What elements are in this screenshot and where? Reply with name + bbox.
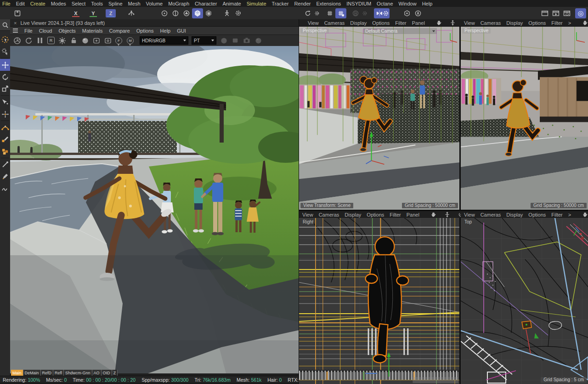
camera-dropdown[interactable]: Default Camera xyxy=(363,28,437,34)
add-render-region-icon[interactable] xyxy=(92,36,101,45)
pan-hand-icon[interactable] xyxy=(430,212,436,218)
vp-menu-display[interactable]: Display xyxy=(506,212,523,218)
menu-window[interactable]: Window xyxy=(399,1,417,6)
menu-select[interactable]: Select xyxy=(72,1,86,6)
vp-menu-view[interactable]: View xyxy=(464,212,475,218)
menu-render[interactable]: Render xyxy=(294,1,311,6)
live-selection-icon[interactable] xyxy=(0,34,10,46)
vp-menu-panel[interactable]: Panel xyxy=(412,20,425,26)
lv-menu-compare[interactable]: Compare xyxy=(109,28,130,34)
points-mode-icon[interactable] xyxy=(159,8,170,18)
pass-tab-refl[interactable]: Refl xyxy=(53,370,64,376)
pass-tab-shdw[interactable]: Shdwcm-Gnn xyxy=(64,370,92,376)
lv-menu-cloud[interactable]: Cloud xyxy=(39,28,52,34)
vp-menu-display[interactable]: Display xyxy=(345,212,361,218)
reset-render-button[interactable]: R xyxy=(47,37,55,44)
menu-modes[interactable]: Modes xyxy=(51,1,66,6)
kernel-settings-icon[interactable] xyxy=(58,36,66,45)
tweak-tool-icon[interactable] xyxy=(0,46,10,57)
render-settings-icon[interactable] xyxy=(561,8,572,18)
pass-tab-main[interactable]: Main xyxy=(11,370,23,376)
render-view-icon[interactable] xyxy=(539,8,550,18)
pen-tool-icon[interactable] xyxy=(0,171,10,183)
lv-menu-materials[interactable]: Materials xyxy=(82,28,103,34)
aperture-render-icon[interactable] xyxy=(13,36,21,45)
menu-tracker[interactable]: Tracker xyxy=(272,1,289,6)
symmetry-icon[interactable] xyxy=(374,8,390,18)
vp-top-canvas[interactable]: Top Grid Spacing : 5 cm xyxy=(461,218,588,384)
cursor-move-tool-icon[interactable] xyxy=(0,96,10,108)
lv-menu-file[interactable]: File xyxy=(24,28,33,34)
octane-icon[interactable]: ◎ xyxy=(575,8,586,18)
lv-menu-objects[interactable]: Objects xyxy=(58,28,75,34)
workplane-lock-icon[interactable] xyxy=(335,8,346,18)
vp-menu-overflow[interactable]: > xyxy=(568,212,571,218)
disabled-sphere-icon[interactable] xyxy=(220,36,228,45)
vp-menu-view[interactable]: View xyxy=(308,20,319,26)
menu-file[interactable]: File xyxy=(2,1,11,6)
disabled-snap-gear-icon[interactable] xyxy=(361,8,368,18)
colorspace-dropdown[interactable]: HDR/sRGB xyxy=(140,36,188,45)
polygons-mode-icon[interactable] xyxy=(181,8,192,18)
vp-menu-cameras[interactable]: Cameras xyxy=(324,20,345,26)
pick-render-region-icon[interactable] xyxy=(104,36,112,45)
pass-tab-demain[interactable]: DeMain xyxy=(23,370,41,376)
pause-render-icon[interactable] xyxy=(36,36,44,45)
hamburger-menu-icon[interactable] xyxy=(13,29,18,33)
pan-hand-icon[interactable] xyxy=(582,20,588,26)
focus-picker-pin[interactable]: F xyxy=(115,37,122,44)
vp-menu-panel[interactable]: Panel xyxy=(407,212,419,218)
vp-menu-filter[interactable]: Filter xyxy=(390,212,401,218)
multi-axis-move-icon[interactable] xyxy=(0,108,10,120)
menu-create[interactable]: Create xyxy=(30,1,45,6)
render-to-picture-viewer-icon[interactable] xyxy=(550,8,561,18)
vp-perspective-2-canvas[interactable]: Perspective Grid Spacing : 50000 cm xyxy=(461,27,588,210)
circled-a-icon[interactable] xyxy=(413,8,424,18)
character-tools-icon[interactable] xyxy=(221,8,232,18)
vp-menu-cameras[interactable]: Cameras xyxy=(481,20,501,26)
menu-mograph[interactable]: MoGraph xyxy=(168,1,189,6)
live-viewer-render-canvas[interactable] xyxy=(10,46,299,373)
scale-tool-icon[interactable] xyxy=(0,83,10,95)
vp-menu-view[interactable]: View xyxy=(302,212,313,218)
rotation-snap-icon[interactable] xyxy=(302,8,313,18)
workplane-grid-icon[interactable] xyxy=(324,8,335,18)
menu-tools[interactable]: Tools xyxy=(91,1,103,6)
vp-menu-view[interactable]: View xyxy=(464,20,475,26)
coordinate-system-icon[interactable] xyxy=(126,8,137,18)
menu-animate[interactable]: Animate xyxy=(222,1,241,6)
hex-dot-icon[interactable] xyxy=(401,8,413,18)
restart-render-icon[interactable] xyxy=(24,36,33,45)
toolbox-icon[interactable] xyxy=(12,8,23,18)
lv-menu-gui[interactable]: GUI xyxy=(177,28,186,34)
spline-arc-tool-icon[interactable] xyxy=(0,121,10,133)
disabled-snap-icon[interactable] xyxy=(350,8,361,18)
pan-hand-icon[interactable] xyxy=(436,20,442,26)
x-axis-lock-button[interactable]: X xyxy=(71,9,81,17)
vp-menu-options[interactable]: Options xyxy=(528,212,546,218)
vp-menu-overflow[interactable]: > xyxy=(568,20,571,26)
menu-octane[interactable]: Octane xyxy=(377,1,393,6)
pass-tab-z[interactable]: Z xyxy=(112,370,118,376)
lv-menu-help[interactable]: Help xyxy=(160,28,171,34)
lv-menu-options[interactable]: Options xyxy=(136,28,154,34)
vp-menu-display[interactable]: Display xyxy=(350,20,367,26)
vp-menu-filter[interactable]: Filter xyxy=(551,212,562,218)
region-sphere-icon[interactable] xyxy=(81,36,89,45)
menu-mesh[interactable]: Mesh xyxy=(128,1,141,6)
vp-menu-filter[interactable]: Filter xyxy=(395,20,406,26)
menu-edit[interactable]: Edit xyxy=(16,1,25,6)
menu-simulate[interactable]: Simulate xyxy=(247,1,266,6)
dolly-icon[interactable] xyxy=(450,20,456,26)
vp-menu-cameras[interactable]: Cameras xyxy=(319,212,339,218)
pass-tab-refd[interactable]: RefD xyxy=(41,370,54,376)
vp-menu-options[interactable]: Options xyxy=(367,212,384,218)
spline-pen-tool-icon[interactable] xyxy=(0,133,10,145)
menu-volume[interactable]: Volume xyxy=(146,1,163,6)
y-axis-lock-button[interactable]: Y xyxy=(88,9,98,17)
close-icon[interactable]: × xyxy=(14,20,17,26)
vp-perspective-1-canvas[interactable]: Perspective Default Camera View Transfor… xyxy=(299,27,459,210)
vp-menu-filter[interactable]: Filter xyxy=(551,20,562,26)
disabled-plane-icon[interactable] xyxy=(231,36,239,45)
pan-hand-icon[interactable] xyxy=(582,212,588,218)
